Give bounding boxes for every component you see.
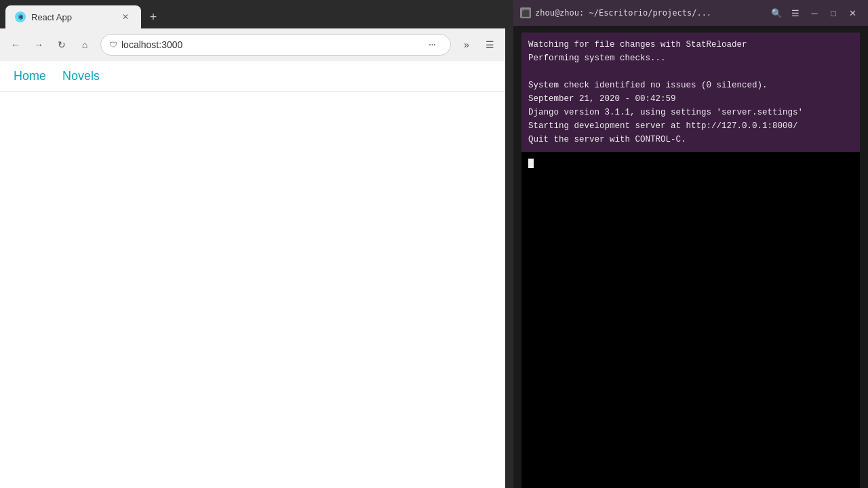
browser-window: ⚛ React App ✕ + ← → ↻ ⌂ 🛡 localhost:3000: [0, 0, 505, 488]
page-nav: Home Novels: [0, 61, 505, 92]
terminal-window: ⬛ zhou@zhou: ~/Escritorio/projects/... 🔍…: [513, 0, 868, 488]
nav-home-link[interactable]: Home: [14, 69, 46, 83]
address-more-button[interactable]: ···: [422, 35, 442, 55]
home-button[interactable]: ⌂: [75, 35, 95, 55]
terminal-maximize-button[interactable]: □: [825, 4, 842, 22]
terminal-line-4: September 21, 2020 - 00:42:59: [528, 92, 853, 106]
terminal-body[interactable]: Watching for file changes with StatReloa…: [513, 26, 868, 488]
more-icon: ···: [429, 39, 435, 51]
terminal-titlebar: ⬛ zhou@zhou: ~/Escritorio/projects/... 🔍…: [513, 0, 868, 26]
terminal-line-1: Watching for file changes with StatReloa…: [528, 38, 853, 52]
terminal-line-5: Django version 3.1.1, using settings 'se…: [528, 106, 853, 119]
search-icon: 🔍: [771, 8, 782, 18]
url-text: localhost:3000: [121, 39, 418, 50]
hamburger-icon: ☰: [791, 8, 800, 18]
plus-icon: +: [150, 10, 157, 24]
address-bar[interactable]: 🛡 localhost:3000 ···: [100, 34, 451, 56]
extend-icon: »: [464, 39, 469, 50]
browser-menu-button[interactable]: ☰: [479, 35, 500, 55]
home-icon: ⌂: [82, 39, 87, 50]
terminal-title: zhou@zhou: ~/Escritorio/projects/...: [535, 8, 764, 18]
forward-button[interactable]: →: [28, 35, 49, 55]
terminal-output-black: [521, 152, 860, 488]
reload-button[interactable]: ↻: [52, 35, 72, 55]
tab-title: React App: [31, 12, 114, 22]
maximize-icon: □: [831, 8, 836, 18]
terminal-line-6: Starting development server at http://12…: [528, 119, 853, 133]
favicon-icon: ⚛: [18, 14, 24, 21]
menu-icon: ☰: [486, 39, 494, 50]
terminal-line-3: System check identified no issues (0 sil…: [528, 79, 853, 92]
terminal-app-icon: ⬛: [520, 7, 531, 18]
terminal-search-button[interactable]: 🔍: [768, 4, 785, 22]
tab-favicon: ⚛: [15, 12, 26, 22]
nav-bar: ← → ↻ ⌂ 🛡 localhost:3000 ··· » ☰: [0, 28, 505, 61]
terminal-output-purple: Watching for file changes with StatReloa…: [521, 33, 860, 152]
tab-bar: ⚛ React App ✕ +: [0, 0, 505, 28]
tab-close-button[interactable]: ✕: [119, 11, 132, 23]
page-content: Home Novels: [0, 61, 505, 488]
terminal-cursor: [528, 159, 534, 168]
close-icon: ✕: [122, 12, 129, 22]
shield-icon: 🛡: [109, 40, 117, 49]
terminal-menu-button[interactable]: ☰: [787, 4, 804, 22]
extend-button[interactable]: »: [456, 35, 477, 55]
page-body: [0, 92, 505, 488]
terminal-line-blank: [528, 65, 853, 79]
back-icon: ←: [11, 39, 20, 50]
forward-icon: →: [34, 39, 43, 50]
active-tab[interactable]: ⚛ React App ✕: [5, 5, 141, 28]
back-button[interactable]: ←: [5, 35, 26, 55]
close-icon: ✕: [849, 8, 856, 18]
terminal-line-7: Quit the server with CONTROL-C.: [528, 133, 853, 146]
terminal-minimize-button[interactable]: ─: [806, 4, 823, 22]
nav-novels-link[interactable]: Novels: [62, 69, 100, 83]
reload-icon: ↻: [58, 39, 66, 50]
terminal-close-button[interactable]: ✕: [844, 4, 861, 22]
terminal-controls: 🔍 ☰ ─ □ ✕: [768, 4, 861, 22]
new-tab-button[interactable]: +: [144, 7, 163, 26]
terminal-line-2: Performing system checks...: [528, 52, 853, 65]
minimize-icon: ─: [811, 8, 817, 18]
